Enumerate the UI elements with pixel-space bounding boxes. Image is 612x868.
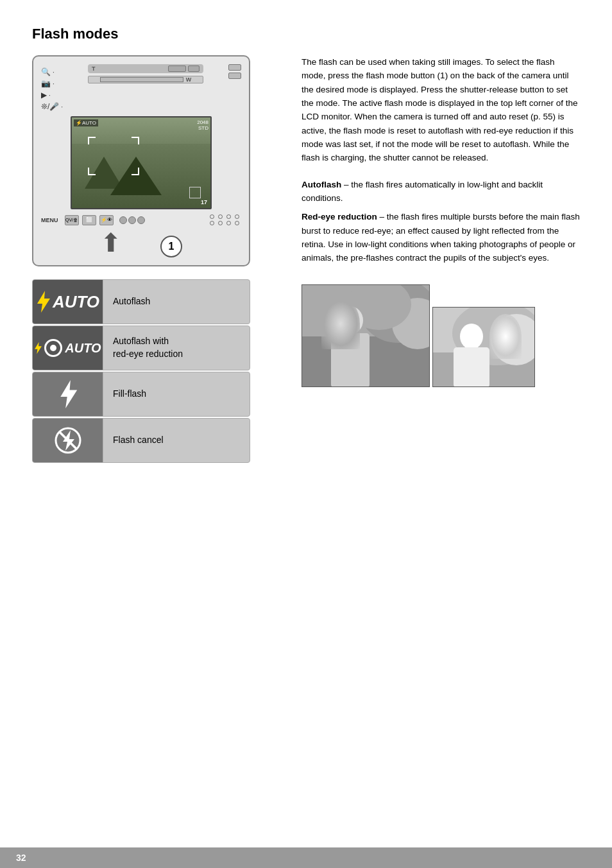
- cam-btn-1: [228, 64, 241, 71]
- button-number-label: 1: [160, 236, 182, 257]
- fill-label: Fill-flash: [103, 381, 156, 407]
- camera-bottom-controls: MENU QV/🗑 ⬜ ⚡👁: [41, 214, 241, 225]
- bracket-bottom-right: [132, 168, 139, 175]
- page-number: 32: [16, 853, 26, 863]
- main-description: The flash can be used when taking still …: [302, 55, 580, 165]
- auto-text-autoflash: AUTO: [53, 292, 99, 312]
- camera-icon-scene: ❊/🎤 ·: [41, 102, 63, 111]
- redeye-icon-box: AUTO: [33, 326, 103, 370]
- dot-3: [226, 214, 231, 219]
- right-column: The flash can be used when taking still …: [302, 55, 580, 387]
- redeye-dash: –: [380, 212, 387, 221]
- description-paragraph1: The flash can be used when taking still …: [302, 55, 580, 165]
- viewfinder-buttons: [168, 65, 200, 72]
- eye-pupil: [50, 345, 56, 351]
- flash-cancel-icon: [54, 426, 82, 455]
- page-content: Flash modes 🔍 · 📷 ·: [0, 0, 612, 503]
- svg-point-17: [460, 324, 483, 349]
- flash-mode-redeye: AUTO Autoflash withred-eye reduction: [32, 326, 250, 370]
- frame-total: 2048: [197, 119, 208, 125]
- camera-diagram: 🔍 · 📷 · ▶ · ❊/🎤 ·: [32, 55, 250, 266]
- menu-label: MENU: [41, 217, 58, 223]
- frame-count-display: 2048 STD: [197, 119, 208, 131]
- viewfinder-area: T W: [88, 64, 203, 83]
- scene-icon: ❊/🎤: [41, 102, 59, 111]
- round-btn-3[interactable]: [137, 216, 145, 224]
- arrow-number-row: ⬆ 1: [41, 228, 241, 257]
- svg-marker-1: [35, 342, 42, 354]
- cancel-icon-box: [33, 419, 103, 462]
- flash-cancel-label: Flash cancel: [103, 428, 173, 453]
- svg-point-11: [337, 306, 363, 334]
- photo-svg-2: [433, 308, 535, 387]
- photo-icon: 📷: [41, 79, 51, 88]
- flash-modes-list: AUTO Autoflash: [32, 279, 250, 464]
- round-btn-2[interactable]: [128, 216, 136, 224]
- dots-and-arrow-area: [210, 214, 241, 225]
- lcd-remaining: 17: [201, 199, 207, 205]
- dots-grid: [210, 214, 241, 225]
- autoflash-label: Autoflash: [103, 289, 160, 315]
- zoom-t-label: T: [92, 65, 96, 72]
- flash-mode-indicator: ⚡ AUTO: [74, 119, 98, 126]
- camera-top-row: 🔍 · 📷 · ▶ · ❊/🎤 ·: [41, 64, 241, 111]
- mode-std: STD: [197, 125, 208, 131]
- play-dot: ·: [49, 92, 51, 99]
- flash-bolt-small: ⚡: [76, 120, 82, 126]
- svg-marker-2: [60, 380, 77, 408]
- photos-row: [302, 284, 580, 387]
- photo-dot: ·: [53, 80, 55, 87]
- dot-2: [218, 214, 223, 219]
- three-round-buttons: [119, 216, 145, 224]
- page-footer: 32: [0, 847, 612, 868]
- page-title: Flash modes: [32, 26, 580, 42]
- autoflash-dash: –: [344, 180, 351, 189]
- vf-btn-right: [188, 65, 200, 72]
- flash-mode-cancel: Flash cancel: [32, 418, 250, 463]
- autoflash-description: Autoflash – the flash fires automaticall…: [302, 178, 580, 265]
- camera-right-buttons: [228, 64, 241, 79]
- bracket-bottom-left: [88, 168, 96, 175]
- camera-icons-left: 🔍 · 📷 · ▶ · ❊/🎤 ·: [41, 67, 63, 111]
- lcd-screen: ⚡ AUTO 2048 STD: [71, 116, 212, 209]
- redeye-icon: AUTO: [34, 339, 101, 357]
- lcd-top-bar: ⚡ AUTO 2048 STD: [74, 119, 208, 131]
- scene-dot: ·: [61, 103, 63, 110]
- cancel-icon-wrapper: [54, 426, 82, 455]
- auto-label-small: AUTO: [82, 120, 96, 126]
- flash-eye-icon: ⚡👁: [101, 217, 112, 223]
- zoom-w-bar: W: [88, 76, 203, 83]
- main-layout: 🔍 · 📷 · ▶ · ❊/🎤 ·: [32, 55, 580, 464]
- zoom-inner: [100, 77, 183, 82]
- dot-7: [226, 221, 231, 225]
- mode-button[interactable]: ⬜: [82, 215, 96, 225]
- play-icon: ▶: [41, 91, 47, 100]
- auto-text-redeye: AUTO: [65, 341, 101, 356]
- redeye-label: Autoflash withred-eye reduction: [103, 329, 192, 367]
- focus-brackets: [88, 137, 139, 175]
- redeye-term: Red-eye reduction: [302, 212, 377, 221]
- svg-rect-12: [331, 333, 370, 387]
- mode-icon-sym: ⬜: [86, 217, 92, 223]
- dot-1: [210, 214, 214, 219]
- dot-5: [210, 221, 214, 225]
- photo-svg-1: [302, 285, 430, 387]
- bolt-icon-fill: [58, 380, 78, 408]
- qv-button[interactable]: QV/🗑: [65, 215, 79, 225]
- eye-ring: [44, 339, 62, 357]
- dot-6: [218, 221, 223, 225]
- bolt-icon-redeye: [34, 342, 42, 354]
- autoflash-term: Autoflash: [302, 180, 341, 189]
- fill-icon-box: [33, 372, 103, 416]
- photo-person-2: [432, 307, 535, 387]
- zoom-bar: T: [88, 64, 203, 73]
- svg-rect-18: [454, 347, 489, 387]
- cam-btn-2: [228, 73, 241, 79]
- camera-icon-play: ▶ ·: [41, 91, 63, 100]
- qv-label: QV/🗑: [65, 218, 78, 222]
- vf-btn-left: [168, 65, 186, 72]
- svg-point-16: [491, 314, 535, 365]
- lcd-af-box: [189, 187, 201, 198]
- flash-button[interactable]: ⚡👁: [99, 215, 114, 225]
- round-btn-1[interactable]: [119, 216, 127, 224]
